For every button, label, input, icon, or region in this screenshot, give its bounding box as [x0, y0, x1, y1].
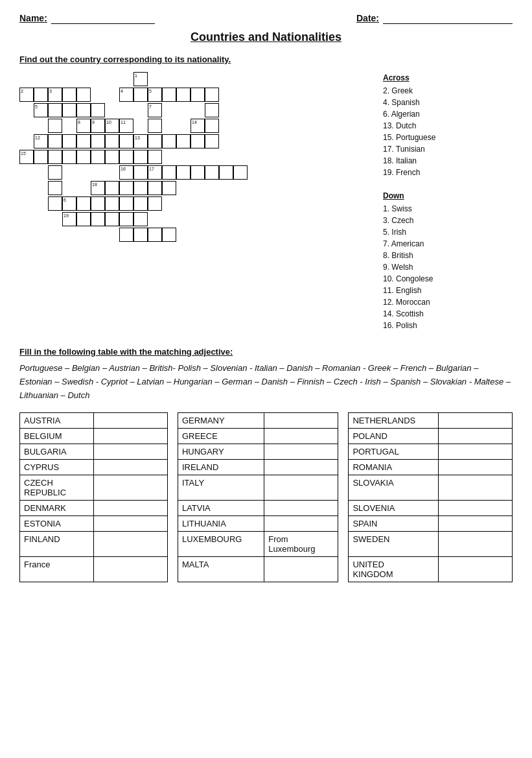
cell-2-3: 3	[48, 88, 62, 102]
answer-cell[interactable]	[264, 429, 338, 444]
clue-across-18: 18. Italian	[383, 155, 513, 167]
answer-cell[interactable]	[93, 429, 167, 444]
answer-cell[interactable]	[93, 460, 167, 475]
answer-cell[interactable]	[93, 475, 167, 501]
cell-15-8	[119, 150, 133, 164]
cell-12-12	[205, 134, 219, 148]
cell-v1	[48, 165, 62, 180]
clue-down-3: 3. Czech	[383, 215, 513, 226]
clue-down-16: 16. Polish	[383, 320, 513, 331]
cell-17-1: 17	[148, 165, 162, 180]
cell-18-4	[133, 181, 148, 195]
answer-cell[interactable]	[264, 460, 338, 475]
answer-cell[interactable]	[439, 460, 513, 475]
cell-15-7	[105, 150, 119, 164]
answer-cell[interactable]	[439, 501, 513, 516]
answer-cell[interactable]	[439, 557, 513, 582]
answer-cell[interactable]	[439, 516, 513, 532]
cell-6-2	[76, 196, 91, 211]
clues-section: Across 2. Greek 4. Spanish 6. Algerian 1…	[383, 72, 513, 331]
cell-5-1: 5	[34, 103, 48, 117]
cell-12-9	[162, 134, 176, 148]
cell-2-4	[62, 88, 76, 102]
down-clues: 1. Swiss 3. Czech 5. Irish 7. American 8…	[383, 203, 513, 331]
col-spacer	[167, 501, 178, 516]
cell-18-1: 18	[91, 181, 105, 195]
clue-across-2: 2. Greek	[383, 85, 513, 97]
answer-cell[interactable]	[93, 532, 167, 557]
clue-down-11: 11. English	[383, 285, 513, 296]
cell-3-5: 14	[191, 119, 205, 133]
country-name: MALTA	[178, 557, 264, 582]
page-title: Countries and Nationalities	[19, 30, 513, 44]
country-name: DENMARK	[20, 501, 94, 516]
col-spacer	[338, 444, 348, 460]
answer-cell[interactable]: From Luxembourg	[264, 532, 338, 557]
answer-cell[interactable]	[264, 557, 338, 582]
col-spacer	[338, 516, 348, 532]
answer-cell[interactable]	[93, 516, 167, 532]
country-name: POLAND	[349, 429, 439, 444]
country-name: PORTUGAL	[349, 444, 439, 460]
cell-12-5	[91, 134, 105, 148]
cell-4-1: 4	[119, 88, 133, 102]
clue-down-9: 9. Welsh	[383, 261, 513, 273]
country-name: LATVIA	[178, 501, 264, 516]
answer-cell[interactable]	[264, 413, 338, 429]
answer-cell[interactable]	[439, 429, 513, 444]
clue-across-17: 17. Tunisian	[383, 143, 513, 155]
answer-cell[interactable]	[264, 501, 338, 516]
cell-15-3	[48, 150, 62, 164]
crossword-grid: 1 2 3 4 5 5 7 8 9 10 11 14 12	[19, 72, 376, 292]
country-name: LITHUANIA	[178, 516, 264, 532]
cell-19-5	[119, 212, 133, 226]
answer-cell[interactable]	[264, 444, 338, 460]
cell-12-10	[176, 134, 191, 148]
country-name: ITALY	[178, 475, 264, 501]
cell-18-3	[119, 181, 133, 195]
cell-5-5	[91, 103, 105, 117]
adjectives-list: Portuguese – Belgian – Austrian – Britis…	[19, 362, 513, 402]
answer-cell[interactable]	[93, 444, 167, 460]
cell-v3	[48, 196, 62, 211]
col-spacer	[167, 475, 178, 501]
answer-cell[interactable]	[93, 413, 167, 429]
cell-3-2: 8	[76, 119, 91, 133]
country-name: BULGARIA	[20, 444, 94, 460]
answer-cell[interactable]	[439, 413, 513, 429]
cell-19-6	[133, 212, 148, 226]
country-name: SWEDEN	[349, 532, 439, 557]
col-spacer	[338, 413, 348, 429]
answer-cell[interactable]	[439, 532, 513, 557]
cell-17-5	[205, 165, 219, 180]
answer-cell[interactable]	[439, 475, 513, 501]
clue-across-13: 13. Dutch	[383, 120, 513, 132]
cell-2-2	[34, 88, 48, 102]
cell-3-6	[205, 119, 219, 133]
col-spacer	[338, 460, 348, 475]
date-label: Date:	[356, 13, 379, 23]
cell-12-3	[62, 134, 76, 148]
answer-cell[interactable]	[93, 557, 167, 582]
cell-2-1: 2	[19, 88, 34, 102]
name-underline	[51, 14, 155, 24]
cell-11-1: 11	[119, 119, 133, 133]
cell-6-6	[133, 196, 148, 211]
instruction2: Fill in the following table with the mat…	[19, 347, 513, 357]
cell-12-4	[76, 134, 91, 148]
answer-cell[interactable]	[264, 516, 338, 532]
across-clues: 2. Greek 4. Spanish 6. Algerian 13. Dutc…	[383, 85, 513, 178]
cell-15-6	[91, 150, 105, 164]
cell-4-2	[133, 88, 148, 102]
country-name: NETHERLANDS	[349, 413, 439, 429]
cell-15-9	[133, 150, 148, 164]
country-name: AUSTRIA	[20, 413, 94, 429]
answer-cell[interactable]	[264, 475, 338, 501]
clue-down-12: 12. Moroccan	[383, 296, 513, 308]
answer-cell[interactable]	[93, 501, 167, 516]
cell-10-1: 10	[105, 119, 119, 133]
cell-3-3: 9	[91, 119, 105, 133]
answer-cell[interactable]	[439, 444, 513, 460]
country-name: SLOVENIA	[349, 501, 439, 516]
cell-12-8	[148, 134, 162, 148]
